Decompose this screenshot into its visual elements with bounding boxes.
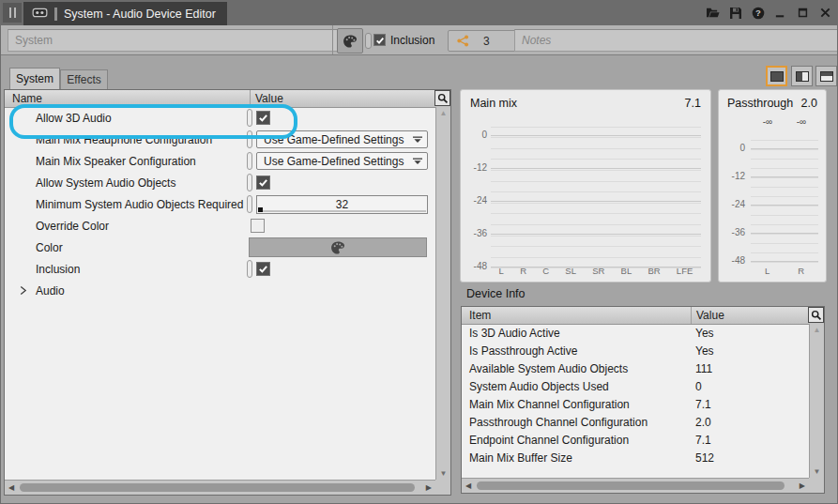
check-icon	[258, 113, 268, 123]
name-column-header[interactable]: Name	[12, 92, 42, 105]
layout-split-vertical-button[interactable]	[791, 66, 813, 86]
column-splitter[interactable]	[691, 307, 692, 324]
tab-system[interactable]: System	[9, 68, 60, 89]
property-row-min-system-audio-objects[interactable]: Minimum System Audio Objects Required 32	[5, 193, 435, 215]
expand-chevron-icon[interactable]	[19, 285, 27, 298]
search-icon	[811, 310, 822, 321]
layout-single-button[interactable]	[766, 66, 787, 86]
save-icon[interactable]	[728, 6, 742, 20]
passthrough-config: 2.0	[801, 97, 817, 110]
scroll-right-arrow[interactable]: ▶	[426, 483, 432, 492]
scroll-right-arrow[interactable]: ▶	[800, 481, 805, 490]
table-row[interactable]: Main Mix Buffer Size512	[462, 449, 809, 466]
scroll-down-arrow[interactable]: ▼	[810, 467, 824, 476]
item-column-header[interactable]: Item	[469, 309, 491, 322]
maximize-icon[interactable]	[796, 6, 810, 20]
device-info-vertical-scrollbar[interactable]: ▲ ▼	[809, 324, 824, 478]
document-tab[interactable]: System - Audio Device Editor	[23, 2, 227, 25]
palette-icon	[330, 240, 345, 255]
dock-grip[interactable]	[3, 3, 22, 23]
main-mix-title: Main mix	[470, 97, 517, 110]
table-row[interactable]: Endpoint Channel Configuration7.1	[462, 431, 809, 449]
layout-split-horizontal-icon	[820, 71, 833, 82]
inclusion-row-checkbox[interactable]	[256, 262, 270, 276]
scroll-thumb[interactable]	[477, 481, 785, 490]
property-row-override-color[interactable]: Override Color	[5, 215, 435, 237]
passthrough-peak-values: -∞-∞	[751, 116, 818, 127]
meter-grid	[491, 116, 701, 271]
scale--24: -24	[723, 199, 745, 209]
headphone-config-dropdown[interactable]: Use Game-Defined Settings	[256, 130, 428, 148]
property-row-allow-3d-audio[interactable]: Allow 3D Audio	[5, 107, 435, 129]
allow-3d-audio-checkbox[interactable]	[256, 111, 270, 125]
minimize-icon[interactable]	[773, 6, 787, 20]
device-info-title: Device Info	[466, 287, 526, 300]
table-row[interactable]: System Audio Objects Used0	[462, 377, 809, 395]
min-system-audio-objects-input[interactable]: 32	[256, 195, 428, 214]
color-button[interactable]	[249, 237, 427, 257]
title-bar: System - Audio Device Editor ?	[0, 0, 838, 25]
notes-input[interactable]: Notes	[514, 29, 838, 52]
device-info-horizontal-scrollbar[interactable]: ◀ ▶	[462, 478, 809, 493]
properties-vertical-scrollbar[interactable]: ▲ ▼	[435, 107, 450, 480]
property-row-headphone-config[interactable]: Main Mix Headphone Configuration Use Gam…	[5, 129, 435, 150]
layout-split-horizontal-button[interactable]	[815, 66, 837, 86]
scroll-down-arrow[interactable]: ▼	[436, 469, 450, 478]
value-column-header[interactable]: Value	[696, 309, 724, 322]
main-mix-config: 7.1	[685, 97, 701, 110]
passthrough-meter: Passthrough 2.0 -∞-∞ 0 -12 -24 -36 -48 L…	[718, 89, 827, 283]
table-row[interactable]: Main Mix Channel Configuration7.1	[462, 395, 809, 413]
link-indicator[interactable]	[247, 174, 252, 191]
properties-horizontal-scrollbar[interactable]: ◀ ▶	[5, 480, 435, 495]
search-button[interactable]	[808, 307, 824, 323]
object-name-input[interactable]: System	[8, 29, 344, 52]
slider-track[interactable]	[258, 210, 426, 212]
tab-accent-bar	[54, 8, 57, 21]
scroll-up-arrow[interactable]: ▲	[436, 109, 450, 117]
scroll-up-arrow[interactable]: ▲	[810, 326, 824, 334]
references-button[interactable]: 3	[448, 30, 525, 52]
chevron-down-icon	[413, 158, 422, 165]
link-indicator[interactable]	[247, 195, 252, 213]
main-mix-channel-labels: LRCSLSRBLBRLFE	[491, 266, 701, 276]
layout-single-icon	[770, 71, 784, 82]
table-row[interactable]: Passthrough Channel Configuration2.0	[462, 413, 809, 431]
slider-thumb[interactable]	[258, 207, 263, 212]
value-column-header[interactable]: Value	[255, 92, 283, 105]
link-indicator[interactable]	[247, 152, 252, 170]
search-button[interactable]	[434, 90, 450, 106]
link-indicator[interactable]	[247, 260, 252, 278]
toolbar-splitter-handle[interactable]	[365, 33, 372, 49]
link-indicator[interactable]	[247, 109, 252, 127]
inclusion-checkbox[interactable]	[373, 34, 386, 46]
open-icon[interactable]	[706, 6, 720, 20]
object-toolbar: System Inclusion 3 Notes	[0, 25, 838, 55]
table-row[interactable]: Available System Audio Objects111	[462, 359, 809, 377]
scroll-left-arrow[interactable]: ◀	[8, 483, 14, 492]
scroll-left-arrow[interactable]: ◀	[465, 481, 471, 490]
table-row[interactable]: Is 3D Audio ActiveYes	[462, 324, 809, 342]
scroll-thumb[interactable]	[20, 483, 415, 492]
column-splitter[interactable]	[250, 90, 251, 107]
close-icon[interactable]	[818, 6, 832, 20]
window-title: System - Audio Device Editor	[64, 8, 216, 21]
help-icon[interactable]: ?	[751, 6, 765, 20]
property-row-allow-system-audio-objects[interactable]: Allow System Audio Objects	[5, 172, 435, 193]
inclusion-label: Inclusion	[390, 25, 434, 54]
property-row-inclusion[interactable]: Inclusion	[5, 258, 435, 280]
audio-device-icon	[32, 8, 48, 21]
override-color-checkbox[interactable]	[251, 219, 265, 233]
device-info-header: Item Value	[462, 307, 824, 325]
device-info-table: Item Value Is 3D Audio ActiveYes Is Pass…	[461, 306, 825, 494]
allow-system-audio-objects-checkbox[interactable]	[256, 176, 270, 190]
speaker-config-dropdown[interactable]: Use Game-Defined Settings	[256, 152, 428, 170]
property-row-speaker-config[interactable]: Main Mix Speaker Configuration Use Game-…	[5, 150, 435, 172]
link-indicator[interactable]	[247, 130, 252, 148]
property-row-color[interactable]: Color	[5, 237, 435, 258]
color-picker-button[interactable]	[337, 28, 363, 53]
property-row-audio-group[interactable]: Audio	[5, 280, 435, 301]
scale--48: -48	[465, 261, 487, 271]
tab-effects[interactable]: Effects	[60, 69, 108, 89]
table-row[interactable]: Is Passthrough ActiveYes	[462, 342, 809, 359]
device-info-rows: Is 3D Audio ActiveYes Is Passthrough Act…	[462, 324, 809, 478]
